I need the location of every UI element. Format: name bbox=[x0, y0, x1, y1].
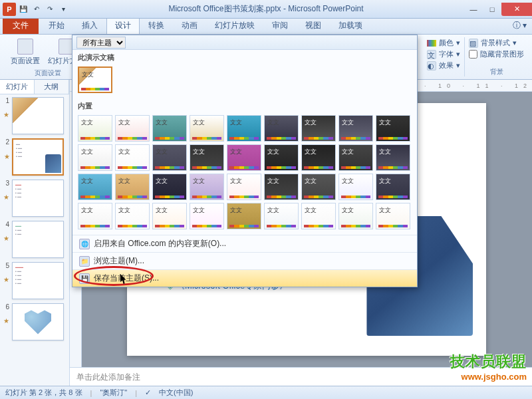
theme-gallery-dropdown: 所有主题 此演示文稿 文文 内置 文文文文文文文文文文文文文文文文文文文文文文文… bbox=[72, 35, 418, 287]
theme-tile[interactable]: 文文 bbox=[190, 203, 224, 229]
menu-browse-themes[interactable]: 📁 浏览主题(M)... bbox=[72, 252, 417, 269]
theme-tile[interactable]: 文文 bbox=[115, 144, 150, 171]
tab-slides[interactable]: 幻灯片 bbox=[0, 80, 35, 94]
theme-tile[interactable]: 文文 bbox=[152, 144, 187, 171]
theme-tile[interactable]: 文文 bbox=[152, 174, 187, 200]
tab-slideshow[interactable]: 幻灯片放映 bbox=[206, 17, 263, 34]
tab-outline[interactable]: 大纲 bbox=[35, 80, 69, 94]
theme-tile[interactable]: 文文 bbox=[376, 115, 410, 142]
page-setup-label: 页面设置 bbox=[11, 56, 40, 66]
theme-tile[interactable]: 文文 bbox=[78, 144, 112, 171]
theme-tile[interactable]: 文文 bbox=[338, 144, 373, 171]
theme-tile[interactable]: 文文 bbox=[152, 115, 187, 142]
theme-tile[interactable]: 文文 bbox=[301, 174, 336, 200]
animation-icon: ★ bbox=[3, 317, 9, 325]
qat-dropdown-icon[interactable]: ▾ bbox=[57, 3, 69, 15]
theme-tile[interactable]: 文文 bbox=[301, 203, 336, 229]
fonts-dropdown[interactable]: 文字体 ▾ bbox=[427, 49, 460, 60]
theme-tile[interactable]: 文文 bbox=[78, 174, 112, 200]
app-icon[interactable]: P bbox=[3, 3, 16, 16]
animation-icon: ★ bbox=[3, 235, 9, 242]
slide-thumb-5[interactable]: 5 ★━━━━• ━━• ━━• ━━• ━━ bbox=[3, 262, 66, 299]
slide-thumb-3[interactable]: 3 ★━━━• ━━• ━━• ━━ bbox=[3, 180, 66, 217]
theme-tile[interactable]: 文文 bbox=[190, 144, 224, 171]
quick-access-toolbar: P 💾 ↶ ↷ ▾ bbox=[0, 3, 69, 16]
theme-tile[interactable]: 文文 bbox=[115, 174, 150, 200]
bg-group-label: 背景 bbox=[490, 66, 503, 76]
window-title: Microsoft Office图书策划案.pptx - Microsoft P… bbox=[168, 3, 363, 15]
theme-tile[interactable]: 文文 bbox=[376, 144, 410, 171]
section-builtin: 内置 bbox=[72, 98, 417, 112]
theme-tile-current[interactable]: 文文 bbox=[78, 66, 112, 93]
redo-icon[interactable]: ↷ bbox=[44, 3, 56, 15]
theme-tile[interactable]: 文文 bbox=[115, 115, 150, 142]
folder-icon: 📁 bbox=[79, 256, 90, 267]
theme-tile[interactable]: 文文 bbox=[376, 203, 410, 229]
slide-counter: 幻灯片 第 2 张，共 8 张 bbox=[5, 388, 82, 398]
colors-dropdown[interactable]: 颜色 ▾ bbox=[427, 37, 460, 49]
tab-addins[interactable]: 加载项 bbox=[330, 17, 371, 34]
theme-builtin-grid: 文文文文文文文文文文文文文文文文文文文文文文文文文文文文文文文文文文文文文文文文… bbox=[72, 112, 417, 235]
menu-office-updates[interactable]: 🌐 启用来自 Office.com 的内容更新(O)... bbox=[72, 235, 417, 252]
tab-review[interactable]: 审阅 bbox=[263, 17, 297, 34]
animation-icon: ★ bbox=[3, 276, 9, 283]
theme-tile[interactable]: 文文 bbox=[264, 174, 299, 200]
spellcheck-icon[interactable]: ✓ bbox=[145, 388, 151, 397]
ribbon-help-icon[interactable]: ⓘ ▾ bbox=[507, 17, 532, 34]
hide-bg-graphics-checkbox[interactable]: 隐藏背景图形 bbox=[469, 49, 524, 60]
effects-dropdown[interactable]: ◐效果 ▾ bbox=[427, 60, 460, 71]
title-bar: P 💾 ↶ ↷ ▾ Microsoft Office图书策划案.pptx - M… bbox=[0, 0, 532, 19]
theme-tile[interactable]: 文文 bbox=[190, 115, 224, 142]
theme-tile[interactable]: 文文 bbox=[227, 144, 261, 171]
notes-pane[interactable]: 单击此处添加备注 bbox=[70, 367, 532, 386]
tab-home[interactable]: 开始 bbox=[40, 17, 73, 34]
minimize-button[interactable]: — bbox=[464, 3, 483, 16]
menu-save-current-theme[interactable]: 💾 保存当前主题(S)... bbox=[72, 269, 417, 287]
theme-tile[interactable]: 文文 bbox=[78, 203, 112, 229]
theme-tile[interactable]: 文文 bbox=[338, 174, 373, 200]
group-background: ▨背景样式 ▾ 隐藏背景图形 背景 bbox=[465, 37, 528, 76]
theme-gallery-header: 所有主题 bbox=[72, 35, 417, 50]
theme-tile[interactable]: 文文 bbox=[264, 144, 299, 171]
theme-tile[interactable]: 文文 bbox=[227, 174, 261, 200]
language-status[interactable]: 中文(中国) bbox=[159, 388, 193, 398]
undo-icon[interactable]: ↶ bbox=[31, 3, 43, 15]
theme-tile[interactable]: 文文 bbox=[264, 115, 299, 142]
window-controls: — □ ✕ bbox=[464, 3, 532, 16]
maximize-button[interactable]: □ bbox=[483, 3, 501, 16]
file-tab[interactable]: 文件 bbox=[3, 17, 39, 34]
slide-thumb-2[interactable]: 2 ★━━• ━━• ━━• ━━ bbox=[3, 138, 66, 176]
close-button[interactable]: ✕ bbox=[501, 3, 532, 16]
slide-thumb-6[interactable]: 6 ★ bbox=[3, 303, 66, 340]
theme-tile[interactable]: 文文 bbox=[227, 203, 261, 229]
tab-insert[interactable]: 插入 bbox=[73, 17, 106, 34]
group-variants: 颜色 ▾ 文字体 ▾ ◐效果 ▾ bbox=[426, 37, 465, 76]
theme-tile[interactable]: 文文 bbox=[338, 203, 373, 229]
theme-tile[interactable]: 文文 bbox=[338, 115, 373, 142]
slide-thumb-4[interactable]: 4 ★━━━• ━━• ━━ bbox=[3, 221, 66, 258]
theme-tile[interactable]: 文文 bbox=[190, 174, 224, 200]
globe-icon: 🌐 bbox=[79, 239, 90, 249]
slide-list[interactable]: 1 ★ 2 ★━━• ━━• ━━• ━━ 3 ★━━━• ━━• ━━• ━━… bbox=[0, 94, 69, 386]
theme-tile[interactable]: 文文 bbox=[376, 174, 410, 200]
tab-design[interactable]: 设计 bbox=[106, 17, 140, 34]
theme-tile[interactable]: 文文 bbox=[78, 115, 112, 142]
theme-tile[interactable]: 文文 bbox=[152, 203, 187, 229]
background-styles-dropdown[interactable]: ▨背景样式 ▾ bbox=[469, 37, 524, 49]
page-setup-button[interactable]: 页面设置 bbox=[8, 37, 43, 67]
theme-filter-select[interactable]: 所有主题 bbox=[76, 37, 126, 49]
theme-tile[interactable]: 文文 bbox=[301, 144, 336, 171]
theme-tile[interactable]: 文文 bbox=[264, 203, 299, 229]
bg-styles-icon: ▨ bbox=[469, 39, 478, 48]
theme-tile[interactable]: 文文 bbox=[301, 115, 336, 142]
tab-transitions[interactable]: 转换 bbox=[140, 17, 173, 34]
section-this-presentation: 此演示文稿 bbox=[72, 50, 417, 64]
slide-thumb-1[interactable]: 1 ★ bbox=[3, 97, 66, 134]
theme-tile[interactable]: 文文 bbox=[115, 203, 150, 229]
theme-name: "奥斯汀" bbox=[100, 388, 127, 398]
tab-view[interactable]: 视图 bbox=[297, 17, 330, 34]
tab-animations[interactable]: 动画 bbox=[173, 17, 206, 34]
save-icon[interactable]: 💾 bbox=[17, 3, 29, 15]
theme-tile[interactable]: 文文 bbox=[227, 115, 261, 142]
animation-icon: ★ bbox=[3, 194, 9, 201]
